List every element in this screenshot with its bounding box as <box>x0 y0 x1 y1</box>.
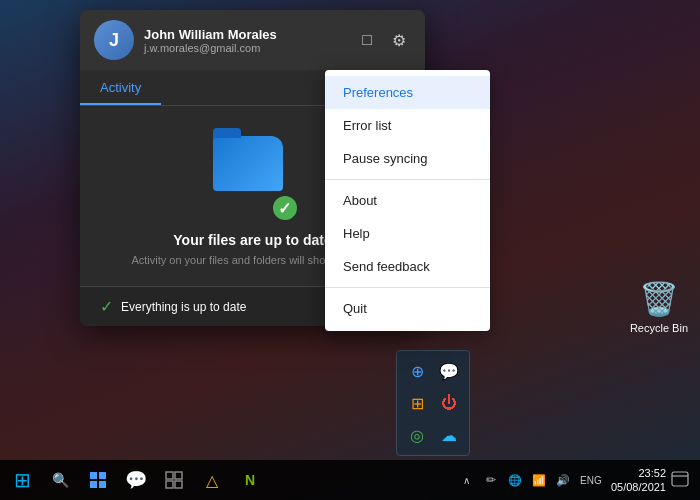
menu-item-about[interactable]: About <box>325 184 490 217</box>
user-name: John William Morales <box>144 27 345 42</box>
taskbar-clock[interactable]: 23:52 05/08/2021 <box>611 466 666 495</box>
menu-item-send-feedback[interactable]: Send feedback <box>325 250 490 283</box>
menu-item-help[interactable]: Help <box>325 217 490 250</box>
systray-popup-icon-3[interactable]: ⊞ <box>403 389 431 417</box>
menu-item-error-list[interactable]: Error list <box>325 109 490 142</box>
svg-rect-2 <box>90 481 97 488</box>
taskbar-apps: ⊞ 🔍 💬 △ N <box>4 462 457 498</box>
drive-icon: ✓ <box>213 136 293 216</box>
svg-rect-3 <box>99 481 106 488</box>
taskbar-right: ∧ ✏ 🌐 📶 🔊 ENG 23:52 05/08/2021 <box>457 460 700 500</box>
settings-icon[interactable]: ⚙ <box>387 28 411 52</box>
clock-date: 05/08/2021 <box>611 480 666 494</box>
menu-divider-2 <box>325 287 490 288</box>
svg-rect-8 <box>672 472 688 486</box>
window-icon[interactable]: □ <box>355 28 379 52</box>
svg-rect-6 <box>166 481 173 488</box>
avatar[interactable]: J <box>94 20 134 60</box>
header-icons: □ ⚙ <box>355 28 411 52</box>
systray-pen-icon[interactable]: ✏ <box>481 470 501 490</box>
systray-chevron-icon[interactable]: ∧ <box>457 470 477 490</box>
menu-item-pause-syncing[interactable]: Pause syncing <box>325 142 490 175</box>
svg-rect-1 <box>99 472 106 479</box>
taskbar-chat-icon[interactable]: 💬 <box>118 462 154 498</box>
tab-activity[interactable]: Activity <box>80 70 161 105</box>
clock-time: 23:52 <box>638 466 666 480</box>
status-check-icon: ✓ <box>100 297 113 316</box>
systray-language-label[interactable]: ENG <box>577 470 605 490</box>
systray-popup-icon-6[interactable]: ☁ <box>435 421 463 449</box>
files-up-to-date-title: Your files are up to date <box>173 232 331 248</box>
svg-rect-7 <box>175 481 182 488</box>
recycle-bin[interactable]: 🗑️ Recycle Bin <box>630 280 688 334</box>
taskbar-search-icon[interactable]: 🔍 <box>42 462 78 498</box>
recycle-bin-label: Recycle Bin <box>630 322 688 334</box>
taskbar-gdrive-pinned-icon[interactable]: △ <box>194 462 230 498</box>
recycle-bin-icon: 🗑️ <box>639 280 679 318</box>
svg-rect-4 <box>166 472 173 479</box>
taskbar-nvidia-icon[interactable]: N <box>232 462 268 498</box>
menu-divider-1 <box>325 179 490 180</box>
status-text: Everything is up to date <box>121 300 246 314</box>
taskbar-start-button[interactable]: ⊞ <box>4 462 40 498</box>
dropdown-menu: Preferences Error list Pause syncing Abo… <box>325 70 490 331</box>
taskbar: ⊞ 🔍 💬 △ N ∧ ✏ 🌐 📶 🔊 ENG 23:52 05/08/2021 <box>0 460 700 500</box>
svg-rect-0 <box>90 472 97 479</box>
systray-network-icon[interactable]: 🌐 <box>505 470 525 490</box>
systray: ∧ ✏ 🌐 📶 🔊 ENG <box>457 470 605 490</box>
app-panel: J John William Morales j.w.morales@gmail… <box>80 10 425 326</box>
systray-volume-icon[interactable]: 🔊 <box>553 470 573 490</box>
taskbar-tiles2-icon[interactable] <box>156 462 192 498</box>
systray-popup-icon-2[interactable]: 💬 <box>435 357 463 385</box>
systray-popup-icon-1[interactable]: ⊕ <box>403 357 431 385</box>
drive-check-icon: ✓ <box>271 194 299 222</box>
systray-popup-icon-4[interactable]: ⏻ <box>435 389 463 417</box>
menu-item-preferences[interactable]: Preferences <box>325 76 490 109</box>
panel-header: J John William Morales j.w.morales@gmail… <box>80 10 425 70</box>
systray-popup-icon-5[interactable]: ◎ <box>403 421 431 449</box>
systray-popup: ⊕ 💬 ⊞ ⏻ ◎ ☁ <box>396 350 470 456</box>
menu-item-quit[interactable]: Quit <box>325 292 490 325</box>
taskbar-tiles-icon[interactable] <box>80 462 116 498</box>
systray-wifi-icon[interactable]: 📶 <box>529 470 549 490</box>
taskbar-notification-icon[interactable] <box>666 460 694 500</box>
drive-folder <box>213 136 283 191</box>
user-info: John William Morales j.w.morales@gmail.c… <box>144 27 345 54</box>
user-email: j.w.morales@gmail.com <box>144 42 345 54</box>
svg-rect-5 <box>175 472 182 479</box>
